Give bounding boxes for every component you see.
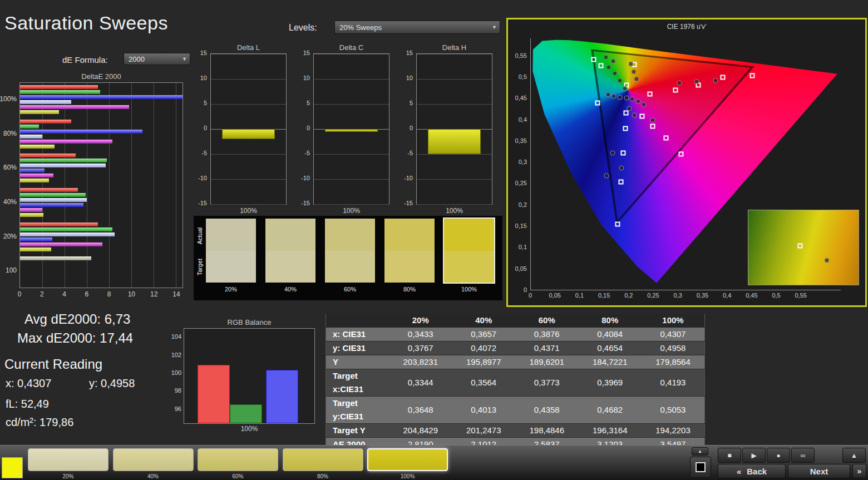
actual-swatch bbox=[325, 219, 375, 251]
cie-measured-point bbox=[618, 95, 623, 100]
axis-tick-label: 0,35 bbox=[697, 292, 708, 299]
cie-measured-point bbox=[613, 71, 618, 76]
cie-measured-point bbox=[635, 98, 640, 103]
axis-group-label: 20% bbox=[3, 232, 17, 240]
axis-tick-label: 0,2 bbox=[519, 201, 527, 208]
delta-c-x-label: 100% bbox=[313, 207, 389, 215]
next-chevron-button[interactable]: » bbox=[852, 464, 866, 478]
axis-tick-label: 100 bbox=[166, 369, 181, 376]
delta-l-chart: Delta L 100% 151050-5-10-15 bbox=[191, 43, 287, 211]
loop-button[interactable]: ∞ bbox=[791, 448, 815, 463]
axis-tick-label: 0,4 bbox=[723, 292, 731, 299]
gridline bbox=[131, 83, 132, 288]
axis-group-label: 100% bbox=[0, 95, 17, 103]
target-swatch bbox=[325, 251, 375, 283]
row-label: Target x:CIE31 bbox=[326, 369, 389, 397]
swatch-label: 80% bbox=[384, 286, 435, 293]
rgb-bar-red bbox=[198, 365, 230, 423]
record-button[interactable]: ● bbox=[767, 448, 790, 463]
row-label: y: CIE31 bbox=[326, 342, 389, 355]
axis-tick-label: 0,25 bbox=[515, 180, 527, 186]
bottom-toolbar: 20%40%60%80%100% ▲ ■▶●∞▲ « Back Next » bbox=[0, 445, 868, 480]
table-cell: 0,4072 bbox=[452, 342, 516, 355]
deltae-bar-magenta bbox=[20, 140, 112, 143]
play-button[interactable]: ▶ bbox=[742, 448, 766, 463]
cie-x-axis-labels: 00,050,10,150,20,250,30,350,40,450,50,55 bbox=[530, 292, 840, 300]
deltae-bar-yellow bbox=[20, 110, 59, 114]
cie-measured-point bbox=[610, 58, 615, 63]
cie-inset-target-point bbox=[798, 244, 803, 249]
swatch-60%[interactable] bbox=[325, 219, 375, 283]
table-cell: 196,3164 bbox=[579, 424, 642, 438]
axis-tick-label: 10 bbox=[397, 75, 413, 81]
deltae-bar-red bbox=[20, 222, 98, 226]
cie-measured-point bbox=[713, 78, 718, 83]
table-cell: 0,3344 bbox=[389, 369, 452, 397]
next-button[interactable]: Next bbox=[788, 464, 850, 478]
reading-fl: fL: 52,49 bbox=[6, 398, 49, 410]
display-window-button[interactable] bbox=[690, 457, 711, 478]
collapse-button[interactable]: ▲ bbox=[692, 447, 708, 456]
axis-tick-label: 5 bbox=[397, 100, 413, 106]
table-cell: 0,4084 bbox=[579, 328, 642, 342]
gridline bbox=[109, 83, 110, 288]
saturation-patch-20%[interactable] bbox=[28, 448, 108, 471]
axis-tick-label: 12 bbox=[150, 290, 157, 298]
table-cell: 0,3657 bbox=[452, 328, 516, 342]
table-row: Target y:CIE310,36480,40130,43580,46820,… bbox=[326, 397, 705, 424]
saturation-patch-label: 100% bbox=[367, 473, 448, 479]
saturation-patch-100%[interactable] bbox=[367, 448, 448, 471]
saturation-patch-80%[interactable] bbox=[283, 448, 363, 471]
axis-tick-label: -10 bbox=[397, 175, 413, 181]
table-cell: 0,4682 bbox=[579, 397, 642, 424]
swatch-80%[interactable] bbox=[384, 219, 435, 283]
record-icon: ● bbox=[776, 452, 780, 459]
chevron-down-icon: ▼ bbox=[492, 24, 497, 30]
swatch-20%[interactable] bbox=[206, 219, 256, 283]
actual-swatch bbox=[206, 219, 256, 251]
saturation-patch-60%[interactable] bbox=[198, 448, 278, 471]
table-row: x: CIE310,34330,36570,38760,40840,4307 bbox=[326, 328, 705, 342]
saturation-patch-40%[interactable] bbox=[113, 448, 194, 471]
axis-tick-label: 0,4 bbox=[519, 116, 527, 123]
delta-l-plot bbox=[210, 53, 287, 205]
deltae-bar-red bbox=[20, 154, 76, 157]
deltae-chart bbox=[19, 82, 183, 288]
swatch-label: 40% bbox=[265, 286, 315, 293]
axis-tick-label: 8 bbox=[107, 290, 111, 298]
table-cell: 203,8231 bbox=[389, 355, 452, 369]
saturation-patch-label: 40% bbox=[113, 473, 194, 479]
gridline bbox=[211, 154, 286, 155]
axis-tick-label: 0,1 bbox=[575, 292, 584, 299]
axis-tick-label: 0 bbox=[524, 286, 527, 293]
axis-tick-label: 14 bbox=[172, 290, 180, 298]
stop-button[interactable]: ■ bbox=[718, 448, 741, 463]
cie-measured-point bbox=[611, 94, 617, 99]
swatch-40%[interactable] bbox=[265, 219, 315, 283]
cie-measured-point bbox=[619, 165, 624, 170]
current-reading-heading: Current Reading bbox=[4, 357, 102, 372]
table-cell: 0,3767 bbox=[389, 342, 452, 355]
swatch-100%[interactable] bbox=[444, 219, 494, 283]
rgb-bar-green bbox=[230, 404, 262, 423]
back-button[interactable]: « Back bbox=[718, 464, 786, 478]
de-formula-select[interactable]: 2000 ▼ bbox=[124, 53, 190, 65]
saturation-patch-label: 20% bbox=[28, 473, 108, 479]
axis-tick-label: 10 bbox=[294, 75, 310, 81]
cie-measured-point bbox=[694, 80, 699, 85]
levels-select[interactable]: 20% Sweeps ▼ bbox=[334, 21, 500, 34]
cie-y-axis-labels: 00,050,10,150,20,250,30,350,40,450,50,55 bbox=[509, 38, 528, 290]
axis-tick-label: 0,15 bbox=[515, 222, 527, 229]
rgb-balance-chart bbox=[184, 328, 315, 424]
table-cell: 0,4371 bbox=[515, 342, 579, 355]
chevron-down-icon: ▼ bbox=[182, 56, 187, 62]
table-cell: 201,2473 bbox=[452, 424, 516, 438]
table-row: Y203,8231195,8977189,6201184,7221179,856… bbox=[326, 355, 705, 369]
axis-tick-label: 0 bbox=[294, 125, 310, 131]
table-cell: 0,3773 bbox=[515, 369, 579, 397]
eject-button[interactable]: ▲ bbox=[842, 448, 866, 463]
cie-target-point bbox=[615, 222, 620, 227]
axis-tick-label: 0,5 bbox=[772, 292, 780, 299]
actual-swatch bbox=[384, 219, 435, 251]
deltae-bar-blue bbox=[20, 95, 183, 99]
